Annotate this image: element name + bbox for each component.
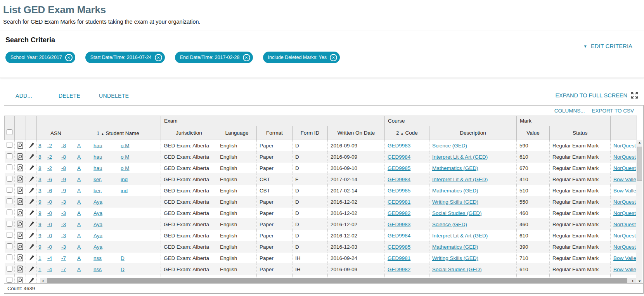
columns-link[interactable]: COLUMNS... <box>554 108 585 116</box>
course-description-link[interactable]: Social Studies (GED) <box>432 267 482 272</box>
course-code-link[interactable]: GED9984 <box>388 154 410 160</box>
asn-link-fragment[interactable]: -0 <box>47 210 52 216</box>
student-name-fragment[interactable]: A <box>77 165 81 171</box>
preview-icon[interactable] <box>16 208 24 217</box>
undelete-button[interactable]: UNDELETE <box>99 93 129 99</box>
horizontal-scroll-thumb[interactable] <box>47 278 627 283</box>
edit-pencil-icon[interactable] <box>27 197 36 206</box>
asn-link-fragment[interactable]: -2 <box>47 154 52 160</box>
asn-link-fragment[interactable]: 8 <box>38 165 42 171</box>
asn-link-fragment[interactable]: -0 <box>47 222 52 227</box>
horizontal-scrollbar[interactable]: ‹ › <box>40 278 636 284</box>
edit-pencil-icon[interactable] <box>27 242 36 251</box>
preview-icon[interactable] <box>16 186 24 194</box>
col-header-written-on[interactable]: Written On Date <box>328 126 385 140</box>
course-description-link[interactable]: Writing Skills (GED) <box>432 255 478 261</box>
col-header-value[interactable]: Value <box>517 126 550 140</box>
row-checkbox[interactable] <box>7 254 12 260</box>
course-code-link[interactable]: GED9984 <box>388 233 410 239</box>
org-link[interactable]: Bow Valley <box>613 267 637 272</box>
asn-link-fragment[interactable]: -9 <box>61 188 66 194</box>
student-name-fragment[interactable]: Aya <box>93 244 102 250</box>
student-name-fragment[interactable]: A <box>77 233 81 239</box>
preview-icon[interactable] <box>16 253 24 262</box>
org-link[interactable]: NorQuest C <box>613 244 637 250</box>
org-link[interactable]: NorQuest C <box>613 210 637 216</box>
student-name-fragment[interactable]: nss <box>93 255 102 261</box>
asn-link-fragment[interactable]: -3 <box>61 210 66 216</box>
asn-link-fragment[interactable]: 9 <box>38 210 42 216</box>
asn-link-fragment[interactable]: -3 <box>61 199 66 205</box>
course-description-link[interactable]: Writing Skills (GED) <box>432 199 478 205</box>
preview-icon[interactable] <box>16 163 24 172</box>
student-name-fragment[interactable]: Aya <box>93 222 102 227</box>
col-header-form-id[interactable]: Form ID <box>293 126 328 140</box>
course-code-link[interactable]: GED9983 <box>388 143 410 149</box>
course-code-link[interactable]: GED9982 <box>388 210 410 216</box>
org-link[interactable]: NorQuest C <box>613 154 637 160</box>
asn-link-fragment[interactable]: -4 <box>47 267 52 272</box>
course-description-link[interactable]: Mathematics (GED) <box>432 244 478 250</box>
course-description-link[interactable]: Science (GED) <box>432 222 467 227</box>
expand-full-screen-link[interactable]: EXPAND TO FULL SCREEN <box>555 91 639 99</box>
scroll-up-icon[interactable]: ∧ <box>636 140 643 146</box>
col-header-description[interactable]: Description <box>429 126 517 140</box>
student-name-fragment[interactable]: A <box>77 188 81 194</box>
row-checkbox[interactable] <box>7 142 12 148</box>
col-header-status[interactable]: Status <box>550 126 611 140</box>
asn-link-fragment[interactable]: -4 <box>47 255 52 261</box>
preview-icon[interactable] <box>16 265 24 273</box>
asn-link-fragment[interactable]: 1 <box>38 255 42 261</box>
asn-link-fragment[interactable]: -3 <box>61 233 66 239</box>
course-code-link[interactable]: GED9985 <box>388 244 410 250</box>
student-name-fragment[interactable]: A <box>77 177 81 182</box>
edit-pencil-icon[interactable] <box>27 231 36 240</box>
preview-icon[interactable] <box>16 276 24 284</box>
edit-pencil-icon[interactable] <box>27 265 36 273</box>
student-name-fragment[interactable]: A <box>77 267 81 272</box>
course-code-link[interactable]: GED9981 <box>388 199 410 205</box>
row-checkbox[interactable] <box>7 243 12 249</box>
course-description-link[interactable]: Social Studies (GED) <box>432 210 482 216</box>
asn-link-fragment[interactable]: -0 <box>47 244 52 250</box>
student-name-fragment[interactable]: ind <box>121 177 128 182</box>
preview-icon[interactable] <box>16 175 24 183</box>
asn-link-fragment[interactable]: 9 <box>38 233 42 239</box>
col-header-code[interactable]: 2▲ Code <box>385 126 429 140</box>
student-name-fragment[interactable]: D <box>121 255 125 261</box>
org-link[interactable]: NorQuest C <box>613 222 637 227</box>
asn-link-fragment[interactable]: -8 <box>61 165 66 171</box>
course-description-link[interactable]: Science (GED) <box>432 143 467 149</box>
edit-pencil-icon[interactable] <box>27 254 36 262</box>
org-link[interactable]: NorQuest C <box>613 233 637 239</box>
course-code-link[interactable]: GED9983 <box>388 222 410 227</box>
scroll-down-icon[interactable]: ∨ <box>636 277 643 284</box>
student-name-fragment[interactable]: ker, <box>93 188 102 194</box>
asn-link-fragment[interactable]: 3 <box>38 188 42 194</box>
preview-icon[interactable] <box>16 152 24 161</box>
col-header-jurisdiction[interactable]: Jurisdiction <box>161 126 217 140</box>
asn-link-fragment[interactable]: -3 <box>61 222 66 227</box>
course-code-link[interactable]: GED9982 <box>388 267 410 272</box>
delete-button[interactable]: DELETE <box>59 93 80 99</box>
student-name-fragment[interactable]: A <box>77 210 81 216</box>
asn-link-fragment[interactable]: 3 <box>38 177 42 182</box>
course-code-link[interactable]: GED9981 <box>388 255 410 261</box>
asn-link-fragment[interactable]: 9 <box>38 199 42 205</box>
export-csv-link[interactable]: EXPORT TO CSV <box>592 108 634 116</box>
student-name-fragment[interactable]: A <box>77 244 81 250</box>
row-checkbox[interactable] <box>7 176 12 182</box>
asn-link-fragment[interactable]: 8 <box>38 154 42 160</box>
student-name-fragment[interactable]: o M <box>121 143 130 149</box>
select-all-checkbox[interactable] <box>7 129 12 135</box>
student-name-fragment[interactable]: o M <box>121 165 130 171</box>
vertical-scrollbar[interactable]: ∧ ∨ <box>636 140 642 284</box>
course-description-link[interactable]: Mathematics (GED) <box>432 165 478 171</box>
row-checkbox[interactable] <box>7 187 12 193</box>
edit-pencil-icon[interactable] <box>27 276 36 284</box>
asn-link-fragment[interactable]: -9 <box>61 177 66 182</box>
org-link[interactable]: Bow Valley <box>613 255 637 261</box>
course-code-link[interactable]: GED9984 <box>388 177 410 182</box>
edit-pencil-icon[interactable] <box>27 186 36 195</box>
asn-link-fragment[interactable]: 9 <box>38 222 42 227</box>
